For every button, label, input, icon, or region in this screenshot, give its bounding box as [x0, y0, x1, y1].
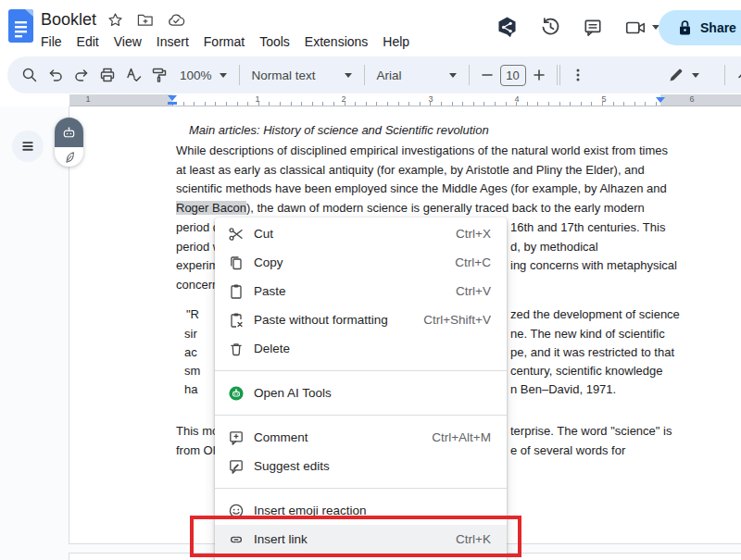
document-text-fragment: ing concerns with metaphysical	[510, 256, 677, 275]
menu-item-label: Copy	[254, 255, 455, 269]
zoom-dropdown[interactable]: 100%	[172, 68, 234, 82]
ai-robot-icon	[228, 385, 245, 402]
menu-item-shortcut: Ctrl+Shift+V	[423, 313, 491, 327]
font-size-input[interactable]: 10	[500, 65, 526, 86]
menu-item-label: Cut	[254, 227, 456, 241]
move-folder-icon[interactable]	[137, 12, 154, 28]
context-menu: CutCtrl+XCopyCtrl+CPasteCtrl+VPaste with…	[215, 218, 507, 560]
share-button[interactable]: Share	[659, 10, 741, 45]
editing-mode-dropdown[interactable]	[660, 67, 707, 83]
ruler-right-margin-zone	[660, 94, 741, 106]
document-text-fragment: 16th and 17th centuries. This	[510, 218, 665, 237]
menu-item-shortcut: Ctrl+V	[456, 284, 491, 298]
left-indent-marker[interactable]	[168, 95, 177, 101]
ruler-number: 6	[689, 94, 694, 104]
zoom-value: 100%	[180, 68, 212, 82]
menubar-item-format[interactable]: Format	[196, 32, 252, 51]
font-dropdown[interactable]: Arial	[370, 68, 464, 82]
right-indent-marker[interactable]	[656, 97, 665, 103]
share-label: Share	[700, 20, 736, 35]
menu-item-cut[interactable]: CutCtrl+X	[215, 219, 507, 248]
document-text-fragment: "R	[186, 305, 199, 324]
clipboard-no-format-icon	[228, 312, 245, 329]
increase-font-size-button[interactable]	[526, 62, 552, 88]
document-text-line: Roger Bacon), the dawn of modern science…	[176, 199, 645, 218]
collapse-toolbar-icon[interactable]	[730, 62, 741, 88]
menubar-item-view[interactable]: View	[107, 32, 149, 51]
document-text-line: While descriptions of disciplined empiri…	[176, 142, 668, 160]
copy-icon	[228, 255, 245, 271]
menu-item-label: Paste without formatting	[254, 313, 423, 327]
paint-format-icon[interactable]	[146, 62, 172, 88]
version-history-icon[interactable]	[540, 17, 561, 38]
toolbar-separator	[557, 65, 558, 85]
menu-item-paste[interactable]: PasteCtrl+V	[215, 277, 507, 305]
spellcheck-icon[interactable]	[120, 62, 146, 88]
menubar-item-extensions[interactable]: Extensions	[297, 32, 375, 51]
video-camera-icon	[624, 18, 647, 38]
more-toolbar-options-icon[interactable]	[565, 62, 591, 88]
comment-add-icon	[228, 429, 245, 446]
annotation-red-box	[190, 516, 521, 557]
document-text-fragment: n Ben–David, 1971.	[510, 380, 616, 399]
print-icon[interactable]	[94, 62, 120, 88]
document-text-fragment: period d	[176, 218, 220, 237]
font-value: Arial	[377, 68, 402, 82]
video-call-button[interactable]	[624, 18, 659, 38]
text-run: While descriptions of disciplined empiri…	[176, 143, 668, 157]
styles-caret-icon	[345, 73, 352, 78]
scissors-icon	[228, 226, 245, 243]
menu-item-delete[interactable]: Delete	[215, 334, 507, 363]
comments-icon[interactable]	[583, 18, 603, 38]
menu-separator	[215, 415, 507, 416]
document-text-fragment: experim	[176, 256, 219, 275]
ruler-number: 1	[85, 94, 90, 104]
menubar-item-help[interactable]: Help	[375, 32, 417, 51]
clipboard-icon	[228, 283, 245, 300]
toolbar-separator	[364, 65, 365, 85]
selected-text: Roger Bacon	[176, 201, 246, 215]
redo-icon[interactable]	[69, 62, 94, 88]
suggest-edits-icon	[228, 458, 245, 475]
menu-item-copy[interactable]: CopyCtrl+C	[215, 248, 507, 277]
menu-item-suggest-edits[interactable]: Suggest edits	[215, 452, 507, 480]
menubar-item-file[interactable]: File	[33, 32, 69, 51]
font-caret-icon	[449, 73, 457, 78]
menu-item-label: Delete	[254, 342, 491, 355]
cloud-status-icon[interactable]	[168, 13, 185, 28]
menu-item-open-ai-tools[interactable]: Open AI Tools	[215, 379, 507, 407]
menubar-item-edit[interactable]: Edit	[69, 32, 107, 51]
decrease-font-size-button[interactable]	[474, 62, 500, 88]
menubar-item-tools[interactable]: Tools	[252, 32, 297, 51]
ai-hexagon-icon[interactable]	[496, 16, 519, 39]
google-docs-window: Booklet FileEditViewInsertFormatToo	[0, 0, 741, 560]
document-title[interactable]: Booklet	[41, 10, 96, 30]
undo-icon[interactable]	[43, 62, 69, 88]
document-text-fragment: sm	[184, 362, 200, 380]
document-text-fragment: from Ol	[176, 442, 216, 460]
document-text-line: Main articles: History of science and Sc…	[189, 121, 489, 140]
document-text-fragment: century, scientific knowledge	[510, 362, 663, 380]
lock-icon	[678, 19, 692, 36]
ruler-number: 2	[341, 94, 345, 104]
menu-item-paste-without-formatting[interactable]: Paste without formattingCtrl+Shift+V	[215, 305, 507, 334]
app-header: Booklet FileEditViewInsertFormatToo	[0, 0, 741, 56]
docs-logo-icon[interactable]	[8, 9, 33, 43]
ruler-number: 4	[514, 94, 519, 104]
text-run: scientific methods have been employed si…	[176, 181, 667, 195]
styles-dropdown[interactable]: Normal text	[245, 68, 359, 82]
menu-item-comment[interactable]: CommentCtrl+Alt+M	[215, 423, 507, 452]
search-icon[interactable]	[17, 62, 43, 88]
menu-item-shortcut: Ctrl+C	[455, 255, 491, 269]
toolbar-separator	[559, 65, 560, 85]
first-line-indent-marker[interactable]	[168, 102, 177, 105]
document-text-line: scientific methods have been employed si…	[176, 180, 667, 198]
text-run: at least as early as classical antiquity…	[176, 163, 645, 177]
ruler-number: 5	[601, 94, 606, 104]
menubar-item-insert[interactable]: Insert	[149, 32, 196, 51]
document-text-fragment: e of several words for	[510, 442, 625, 460]
editing-mode-caret-icon	[692, 73, 699, 78]
ruler[interactable]: 1123456	[0, 94, 741, 106]
document-text-fragment: ha	[184, 380, 197, 399]
star-icon[interactable]	[107, 12, 123, 28]
